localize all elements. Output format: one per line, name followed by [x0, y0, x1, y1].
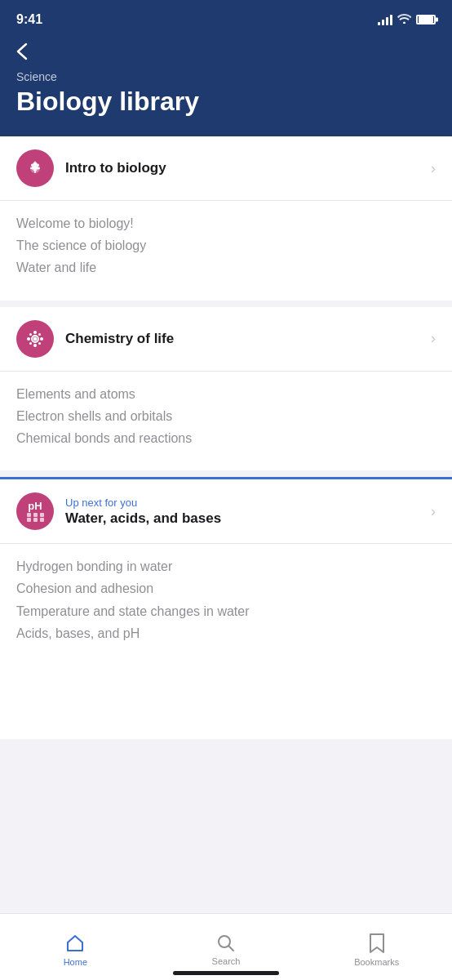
bottom-spacer: [0, 666, 452, 739]
home-icon: [64, 933, 86, 954]
icon-water-acids: pH: [16, 492, 54, 530]
svg-point-14: [40, 337, 43, 341]
section-divider: [0, 470, 452, 477]
svg-point-18: [38, 333, 41, 336]
section-header-chemistry[interactable]: Chemistry of life ›: [0, 307, 452, 372]
section-up-next-label: Up next for you: [65, 497, 424, 509]
chevron-icon-chemistry: ›: [431, 330, 436, 347]
svg-point-11: [33, 331, 37, 334]
nav-item-search[interactable]: Search: [151, 933, 302, 966]
section-items-water: Hydrogen bonding in water Cohesion and a…: [0, 544, 452, 659]
header-title: Biology library: [16, 87, 436, 117]
list-item[interactable]: Elements and atoms: [16, 383, 436, 405]
wifi-icon: [397, 13, 411, 26]
icon-chemistry: [16, 320, 54, 358]
list-item[interactable]: Welcome to biology!: [16, 212, 436, 234]
list-item[interactable]: Acids, bases, and pH: [16, 622, 436, 644]
header: Science Biology library: [0, 36, 452, 136]
list-item[interactable]: Chemical bonds and reactions: [16, 427, 436, 449]
svg-point-6: [34, 169, 37, 172]
svg-point-3: [34, 163, 37, 165]
section-water-acids: pH Up next for you Water, acids, and ba: [0, 477, 452, 659]
list-item[interactable]: Hydrogen bonding in water: [16, 555, 436, 577]
svg-point-13: [27, 337, 30, 341]
nav-label-search: Search: [212, 956, 241, 966]
header-subtitle: Science: [16, 70, 436, 83]
list-item[interactable]: Cohesion and adhesion: [16, 577, 436, 599]
list-item[interactable]: The science of biology: [16, 234, 436, 256]
svg-point-16: [38, 342, 41, 345]
svg-point-8: [31, 164, 33, 167]
home-indicator: [173, 971, 279, 975]
icon-intro-biology: [16, 149, 54, 187]
svg-point-9: [33, 165, 37, 168]
nav-item-bookmarks[interactable]: Bookmarks: [301, 933, 452, 967]
bookmark-icon: [368, 933, 386, 954]
content: Intro to biology › Welcome to biology! T…: [0, 136, 452, 739]
section-title-intro-biology: Intro to biology: [65, 160, 424, 176]
chevron-icon-water: ›: [431, 503, 436, 520]
svg-point-5: [37, 167, 39, 170]
nav-label-home: Home: [64, 957, 87, 967]
svg-point-7: [31, 167, 33, 170]
nav-item-home[interactable]: Home: [0, 933, 151, 967]
bottom-navigation: Home Search Bookmarks: [0, 913, 452, 980]
section-divider: [0, 301, 452, 307]
svg-point-17: [29, 342, 32, 345]
status-bar: 9:41: [0, 0, 452, 36]
back-button[interactable]: [16, 42, 28, 60]
signal-icon: [378, 14, 392, 25]
section-title-chemistry: Chemistry of life: [65, 331, 424, 347]
section-intro-biology: Intro to biology › Welcome to biology! T…: [0, 136, 452, 294]
section-header-water[interactable]: pH Up next for you Water, acids, and ba: [0, 479, 452, 544]
section-header-intro-biology[interactable]: Intro to biology ›: [0, 136, 452, 201]
status-icons: [378, 13, 436, 26]
status-time: 9:41: [16, 12, 42, 27]
section-title-water: Water, acids, and bases: [65, 510, 424, 527]
svg-point-15: [29, 333, 32, 336]
list-item[interactable]: Water and life: [16, 256, 436, 278]
section-chemistry-of-life: Chemistry of life › Elements and atoms E…: [0, 307, 452, 465]
svg-point-19: [33, 336, 38, 341]
svg-point-4: [37, 164, 39, 167]
nav-label-bookmarks: Bookmarks: [354, 957, 399, 967]
section-items-intro-biology: Welcome to biology! The science of biolo…: [0, 201, 452, 294]
search-icon: [216, 933, 236, 953]
section-items-chemistry: Elements and atoms Electron shells and o…: [0, 372, 452, 465]
chevron-icon-intro-biology: ›: [431, 160, 436, 177]
svg-point-12: [33, 344, 37, 347]
battery-icon: [416, 15, 436, 24]
list-item[interactable]: Temperature and state changes in water: [16, 600, 436, 622]
list-item[interactable]: Electron shells and orbitals: [16, 405, 436, 427]
